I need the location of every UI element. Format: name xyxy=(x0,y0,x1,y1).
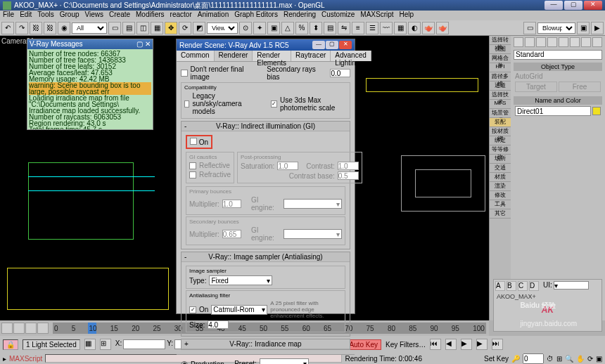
named-sel-button[interactable]: ▤ xyxy=(324,22,336,34)
percent-snap-button[interactable]: % xyxy=(295,22,308,34)
render-close-button[interactable]: ✕ xyxy=(339,41,352,49)
render-tab-render-elements[interactable]: Render Elements xyxy=(253,51,291,61)
vtab-19[interactable]: 其它 xyxy=(490,209,511,219)
panel-icon-3[interactable] xyxy=(547,37,557,47)
transform-type-icon[interactable]: ⊞ xyxy=(100,339,111,350)
select-move-button[interactable]: ✥ xyxy=(165,22,177,34)
vtab-11[interactable]: 绑定 xyxy=(490,136,511,145)
frame-input[interactable] xyxy=(523,353,544,364)
menu-tools[interactable]: Tools xyxy=(37,11,53,20)
menu-customize[interactable]: Customize xyxy=(321,11,355,20)
undo-button[interactable]: ↶ xyxy=(1,22,14,34)
production-radio[interactable] xyxy=(181,361,188,365)
panel-icon-5[interactable] xyxy=(570,37,580,47)
menu-animation[interactable]: Animation xyxy=(198,11,229,20)
redo-button[interactable]: ↷ xyxy=(15,22,28,34)
target-button[interactable]: Target xyxy=(515,82,557,92)
primary-engine-dd[interactable]: ▾ xyxy=(284,199,342,209)
safe-frame-button[interactable]: ▣ xyxy=(577,22,590,34)
gi-rollup-header[interactable]: -V-Ray:: Indirect illumination (GI) xyxy=(182,122,350,131)
object-type-header[interactable]: Object Type xyxy=(514,63,602,71)
panel-icon-1[interactable] xyxy=(525,37,535,47)
free-button[interactable]: Free xyxy=(559,82,601,92)
curve-editor-button[interactable]: 〰 xyxy=(380,22,393,34)
menu-graph editors[interactable]: Graph Editors xyxy=(234,11,278,20)
vtab-8[interactable]: 场景管理 xyxy=(490,109,511,118)
menu-file[interactable]: File xyxy=(3,11,14,20)
play-icon[interactable]: ▶ xyxy=(461,339,472,350)
menu-create[interactable]: Create xyxy=(109,11,130,20)
menu-views[interactable]: Views xyxy=(85,11,104,20)
name-color-header[interactable]: Name and Color xyxy=(514,96,602,105)
maximize-button[interactable]: ▢ xyxy=(564,1,582,10)
schematic-button[interactable]: ▦ xyxy=(394,22,407,34)
vtab-14[interactable]: 交通 xyxy=(490,164,511,173)
menu-maxscript[interactable]: MAXScript xyxy=(360,11,393,20)
aa-on-checkbox[interactable]: ✓ xyxy=(189,306,196,313)
legacy-checkbox[interactable] xyxy=(184,100,189,108)
gi-on-checkbox[interactable]: On xyxy=(186,135,212,149)
irr-rollup-header[interactable]: +V-Ray:: Irradiance map xyxy=(182,339,350,349)
vtab-12[interactable]: 等等修改 xyxy=(490,145,511,155)
spinner-snap-button[interactable]: ⬍ xyxy=(310,22,322,34)
object-color-swatch[interactable] xyxy=(592,107,601,115)
maxscript-label[interactable]: MAXScript xyxy=(9,355,42,363)
vtab-2[interactable]: 网格合并 xyxy=(490,54,511,63)
vtab-17[interactable]: 修改 xyxy=(490,191,511,200)
region-render-icon[interactable]: ▭ xyxy=(523,22,536,34)
select-name-button[interactable]: ▤ xyxy=(122,22,135,34)
panel-icon-7[interactable] xyxy=(592,37,602,47)
render-min-button[interactable]: — xyxy=(312,41,325,49)
render-max-button[interactable]: ▢ xyxy=(326,41,338,49)
zoom-icon[interactable]: 🔍 xyxy=(565,355,573,363)
mirror-button[interactable]: ⇋ xyxy=(338,22,350,34)
preset-dd[interactable]: ▾ xyxy=(260,358,309,364)
prev-frame-icon[interactable]: ◀ xyxy=(445,339,457,350)
sampler-type-dd[interactable]: Fixed▾ xyxy=(209,275,272,285)
contrast-base-spinner[interactable]: 0.5 xyxy=(338,171,359,180)
ui-preset-dd[interactable]: ▾ xyxy=(554,281,589,290)
vtab-4[interactable]: 路径多维 xyxy=(490,72,511,82)
panel-icon-4[interactable] xyxy=(559,37,568,47)
material-editor-button[interactable]: ◐ xyxy=(408,22,421,34)
saturation-spinner[interactable]: 1.0 xyxy=(277,162,298,170)
panel-icon-2[interactable] xyxy=(536,37,546,47)
render-region-dd[interactable]: Blowup xyxy=(537,22,575,34)
render-tab-common[interactable]: Common xyxy=(177,51,215,61)
vray-messages-window[interactable]: V-Ray Messages ▢ ✕ Number of tree nodes:… xyxy=(27,39,153,130)
render-last-button[interactable]: ▶ xyxy=(591,22,604,34)
vtab-3[interactable]: HFI xyxy=(490,63,511,72)
time-config2-icon[interactable]: ⏱ xyxy=(547,355,554,363)
render-tab-renderer[interactable]: Renderer xyxy=(215,51,253,61)
snap-button[interactable]: ▣ xyxy=(267,22,280,34)
secondary-mult-spinner[interactable]: 0.65 xyxy=(222,230,242,238)
layers-button[interactable]: ☰ xyxy=(366,22,378,34)
isolate-icon[interactable]: ▦ xyxy=(84,339,96,350)
vtab-1[interactable]: 视图 xyxy=(490,45,511,54)
select-region-button[interactable]: ◫ xyxy=(136,22,149,34)
vtab-0[interactable]: 选择转换 xyxy=(490,36,511,45)
vtab-15[interactable]: 材质 xyxy=(490,173,511,182)
ref-coord-system[interactable]: View xyxy=(207,22,238,34)
close-button[interactable]: ✕ xyxy=(584,1,602,10)
panel-icon-0[interactable] xyxy=(514,37,523,47)
vtab-5[interactable]: 通道 xyxy=(490,82,511,91)
max-toggle-icon[interactable]: ▣ xyxy=(596,355,602,363)
key-mode-icon[interactable]: 🔑 xyxy=(511,355,520,363)
track-btn-2[interactable] xyxy=(25,323,37,334)
aa-filter-dd[interactable]: Catmull-Rom▾ xyxy=(211,305,267,315)
keyfilters-label[interactable]: Key Filters… xyxy=(386,341,426,349)
render-tab-advanced-lighting[interactable]: Advanced Lighting xyxy=(331,51,371,61)
render-tab-raytracer[interactable]: Raytracer xyxy=(291,51,331,61)
vtab-10[interactable]: 按材质绑 xyxy=(490,127,511,136)
secondary-engine-dd[interactable]: ▾ xyxy=(284,229,342,239)
arc-rotate-icon[interactable]: ⟳ xyxy=(587,355,593,363)
minimize-button[interactable]: — xyxy=(544,1,563,10)
next-frame-icon[interactable]: ▶ xyxy=(476,339,488,350)
vtab-18[interactable]: 工具 xyxy=(490,200,511,209)
menu-help[interactable]: Help xyxy=(400,11,414,20)
align-button[interactable]: ≡ xyxy=(352,22,364,34)
pivot-button[interactable]: ⊙ xyxy=(239,22,252,34)
track-btn-0[interactable] xyxy=(1,323,13,334)
x-coord-input[interactable] xyxy=(123,339,165,349)
